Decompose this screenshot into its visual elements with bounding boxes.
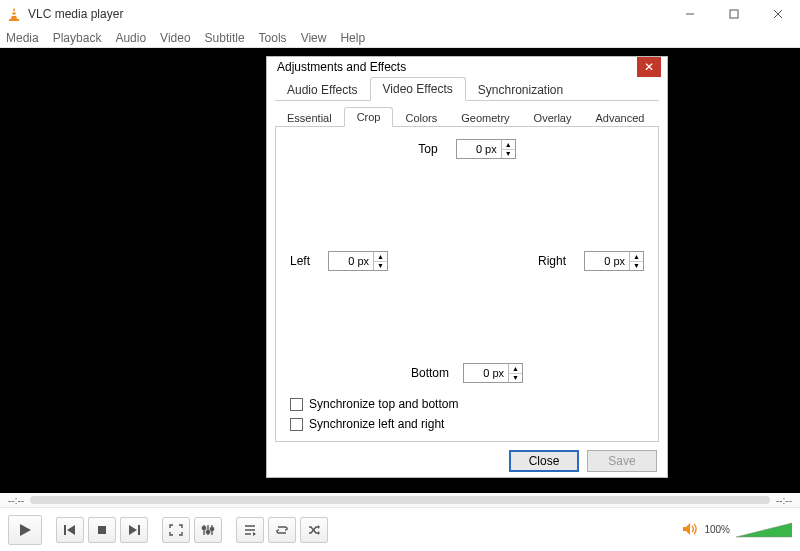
crop-right-spinner[interactable]: 0 px ▲▼ <box>584 251 644 271</box>
crop-panel: Top 0 px ▲▼ Left 0 px ▲▼ Right <box>275 127 659 442</box>
playlist-button[interactable] <box>236 517 264 543</box>
stop-icon <box>96 524 108 536</box>
spinner-up-icon[interactable]: ▲ <box>502 140 515 149</box>
extended-settings-button[interactable] <box>194 517 222 543</box>
svg-marker-23 <box>253 532 256 536</box>
crop-top-spinner[interactable]: 0 px ▲▼ <box>456 139 516 159</box>
crop-right-value: 0 px <box>585 255 629 267</box>
seek-slider[interactable] <box>30 496 770 504</box>
close-window-button[interactable] <box>756 0 800 28</box>
svg-rect-9 <box>64 525 66 535</box>
crop-top-label: Top <box>418 142 437 156</box>
spinner-up-icon[interactable]: ▲ <box>509 364 522 373</box>
close-button[interactable]: Close <box>509 450 579 472</box>
crop-bottom-spinner[interactable]: 0 px ▲▼ <box>463 363 523 383</box>
menu-audio[interactable]: Audio <box>115 31 146 45</box>
play-button[interactable] <box>8 515 42 545</box>
dialog-titlebar[interactable]: Adjustments and Effects ✕ <box>267 57 667 77</box>
crop-bottom-value: 0 px <box>464 367 508 379</box>
stop-button[interactable] <box>88 517 116 543</box>
next-button[interactable] <box>120 517 148 543</box>
spinner-down-icon[interactable]: ▼ <box>502 149 515 159</box>
dialog-title: Adjustments and Effects <box>277 60 637 74</box>
menu-subtitle[interactable]: Subtitle <box>205 31 245 45</box>
sync-left-right-label: Synchronize left and right <box>309 417 444 431</box>
previous-button[interactable] <box>56 517 84 543</box>
subtab-overlay[interactable]: Overlay <box>522 109 584 127</box>
maximize-button[interactable] <box>712 0 756 28</box>
title-bar: VLC media player <box>0 0 800 28</box>
volume-slider[interactable] <box>736 521 792 539</box>
sliders-icon <box>201 524 215 536</box>
vlc-cone-icon <box>6 6 22 22</box>
video-effects-subtabs: Essential Crop Colors Geometry Overlay A… <box>267 107 667 127</box>
dialog-close-button[interactable]: ✕ <box>637 57 661 77</box>
video-area: Adjustments and Effects ✕ Audio Effects … <box>0 48 800 493</box>
adjustments-effects-dialog: Adjustments and Effects ✕ Audio Effects … <box>266 56 668 478</box>
spinner-down-icon[interactable]: ▼ <box>509 373 522 383</box>
dialog-main-tabs: Audio Effects Video Effects Synchronizat… <box>267 77 667 101</box>
menu-bar: Media Playback Audio Video Subtitle Tool… <box>0 28 800 48</box>
svg-rect-1 <box>12 11 16 12</box>
svg-rect-18 <box>207 531 210 533</box>
volume-percent: 100% <box>704 524 730 535</box>
sync-top-bottom-label: Synchronize top and bottom <box>309 397 458 411</box>
sync-left-right-checkbox[interactable] <box>290 418 303 431</box>
svg-marker-24 <box>683 523 690 535</box>
tab-synchronization[interactable]: Synchronization <box>466 79 575 101</box>
menu-playback[interactable]: Playback <box>53 31 102 45</box>
svg-rect-11 <box>98 526 106 534</box>
spinner-down-icon[interactable]: ▼ <box>374 261 387 271</box>
shuffle-button[interactable] <box>300 517 328 543</box>
subtab-colors[interactable]: Colors <box>393 109 449 127</box>
menu-help[interactable]: Help <box>340 31 365 45</box>
tab-audio-effects[interactable]: Audio Effects <box>275 79 370 101</box>
crop-bottom-label: Bottom <box>411 366 449 380</box>
subtab-geometry[interactable]: Geometry <box>449 109 521 127</box>
subtab-essential[interactable]: Essential <box>275 109 344 127</box>
svg-rect-13 <box>138 525 140 535</box>
sync-top-bottom-checkbox[interactable] <box>290 398 303 411</box>
spinner-up-icon[interactable]: ▲ <box>374 252 387 261</box>
crop-top-value: 0 px <box>457 143 501 155</box>
menu-tools[interactable]: Tools <box>259 31 287 45</box>
svg-rect-17 <box>203 527 206 529</box>
crop-left-label: Left <box>290 254 310 268</box>
crop-left-value: 0 px <box>329 255 373 267</box>
spinner-up-icon[interactable]: ▲ <box>630 252 643 261</box>
svg-marker-0 <box>11 7 17 19</box>
fullscreen-icon <box>169 524 183 536</box>
time-elapsed: --:-- <box>8 495 24 506</box>
playback-controls: 100% <box>0 507 800 551</box>
crop-right-label: Right <box>538 254 566 268</box>
skip-back-icon <box>63 524 77 536</box>
speaker-icon[interactable] <box>682 522 698 538</box>
svg-rect-2 <box>11 15 16 17</box>
spinner-down-icon[interactable]: ▼ <box>630 261 643 271</box>
svg-rect-19 <box>211 528 214 530</box>
svg-marker-25 <box>736 523 792 537</box>
play-icon <box>18 523 32 537</box>
svg-rect-3 <box>9 19 19 21</box>
minimize-button[interactable] <box>668 0 712 28</box>
crop-left-spinner[interactable]: 0 px ▲▼ <box>328 251 388 271</box>
svg-rect-5 <box>730 10 738 18</box>
tab-video-effects[interactable]: Video Effects <box>370 77 466 101</box>
menu-view[interactable]: View <box>301 31 327 45</box>
menu-media[interactable]: Media <box>6 31 39 45</box>
shuffle-icon <box>307 524 321 536</box>
loop-button[interactable] <box>268 517 296 543</box>
svg-marker-8 <box>20 524 31 536</box>
playlist-icon <box>243 524 257 536</box>
subtab-crop[interactable]: Crop <box>344 107 394 127</box>
svg-marker-10 <box>67 525 75 535</box>
save-button[interactable]: Save <box>587 450 657 472</box>
fullscreen-button[interactable] <box>162 517 190 543</box>
loop-icon <box>275 524 289 536</box>
window-title: VLC media player <box>28 7 668 21</box>
subtab-advanced[interactable]: Advanced <box>583 109 656 127</box>
skip-forward-icon <box>127 524 141 536</box>
svg-marker-12 <box>129 525 137 535</box>
menu-video[interactable]: Video <box>160 31 190 45</box>
time-total: --:-- <box>776 495 792 506</box>
